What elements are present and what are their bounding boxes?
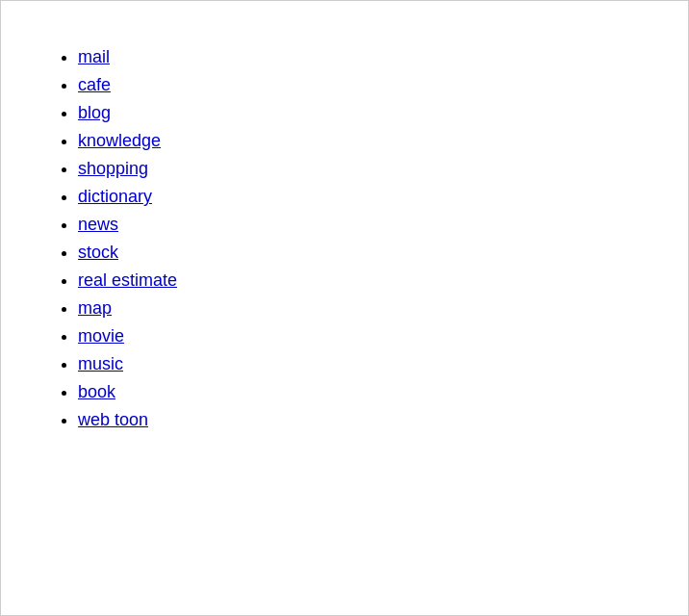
nav-link-book[interactable]: book: [78, 382, 115, 401]
nav-link-music[interactable]: music: [78, 354, 123, 373]
nav-link-real-estimate[interactable]: real estimate: [78, 270, 177, 290]
page-container: mailcafeblogknowledgeshoppingdictionaryn…: [0, 0, 689, 616]
nav-link-shopping[interactable]: shopping: [78, 159, 148, 178]
list-item: movie: [78, 326, 640, 346]
nav-link-cafe[interactable]: cafe: [78, 75, 111, 94]
list-item: news: [78, 215, 640, 235]
nav-list: mailcafeblogknowledgeshoppingdictionaryn…: [49, 47, 640, 430]
nav-link-knowledge[interactable]: knowledge: [78, 131, 161, 150]
list-item: knowledge: [78, 131, 640, 151]
list-item: map: [78, 298, 640, 319]
nav-link-stock[interactable]: stock: [78, 243, 118, 262]
list-item: real estimate: [78, 270, 640, 291]
list-item: blog: [78, 103, 640, 123]
list-item: mail: [78, 47, 640, 67]
nav-link-dictionary[interactable]: dictionary: [78, 187, 152, 206]
nav-link-news[interactable]: news: [78, 215, 118, 234]
list-item: cafe: [78, 75, 640, 95]
list-item: dictionary: [78, 187, 640, 207]
nav-link-mail[interactable]: mail: [78, 47, 110, 66]
list-item: shopping: [78, 159, 640, 179]
nav-link-blog[interactable]: blog: [78, 103, 111, 122]
list-item: music: [78, 354, 640, 374]
list-item: stock: [78, 243, 640, 263]
nav-link-map[interactable]: map: [78, 298, 112, 318]
nav-link-movie[interactable]: movie: [78, 326, 124, 346]
list-item: web toon: [78, 410, 640, 430]
nav-link-web-toon[interactable]: web toon: [78, 410, 148, 429]
list-item: book: [78, 382, 640, 402]
